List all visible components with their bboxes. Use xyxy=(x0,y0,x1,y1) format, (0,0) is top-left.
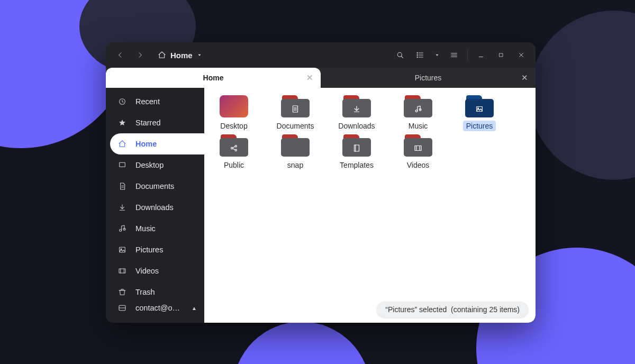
path-breadcrumb[interactable]: Home xyxy=(151,46,208,64)
sidebar-item-desktop[interactable]: Desktop xyxy=(106,154,204,176)
svg-rect-51 xyxy=(415,145,421,150)
star-icon xyxy=(117,119,127,127)
sidebar-item-pictures[interactable]: Pictures xyxy=(106,239,204,260)
desktop-icon xyxy=(220,95,248,117)
forward-button[interactable] xyxy=(131,46,149,64)
search-button[interactable] xyxy=(391,46,409,64)
tab-label: Home xyxy=(203,74,224,82)
file-item-public[interactable]: Public xyxy=(210,134,258,170)
back-button[interactable] xyxy=(111,46,129,64)
file-label: Templates xyxy=(337,160,377,170)
folder-icon xyxy=(342,95,371,117)
file-item-videos[interactable]: Videos xyxy=(394,134,442,170)
file-grid[interactable]: DesktopDocumentsDownloadsMusicPicturesPu… xyxy=(204,88,536,323)
file-item-snap[interactable]: snap xyxy=(271,134,320,170)
folder-icon xyxy=(281,134,310,157)
svg-line-48 xyxy=(233,148,235,149)
file-label: Downloads xyxy=(335,121,378,131)
svg-marker-18 xyxy=(119,120,125,125)
svg-line-47 xyxy=(233,147,235,148)
file-label: Desktop xyxy=(217,121,250,131)
file-item-templates[interactable]: Templates xyxy=(332,134,381,170)
titlebar: Home xyxy=(106,42,536,68)
file-label: Public xyxy=(221,160,247,170)
divider xyxy=(467,49,468,61)
sidebar-item-label: Desktop xyxy=(135,161,164,169)
sidebar-item-label: Videos xyxy=(135,267,159,275)
status-count: (containing 25 items) xyxy=(451,305,520,314)
tab-bar: Home ✕ Pictures ✕ xyxy=(106,68,536,88)
close-tab-icon[interactable]: ✕ xyxy=(306,73,313,83)
file-label: Music xyxy=(405,121,431,131)
status-selected-name: Pictures xyxy=(388,305,415,314)
sidebar-item-label: contact@o… xyxy=(135,304,180,312)
sidebar-item-label: Documents xyxy=(135,182,174,190)
clock-icon xyxy=(117,97,127,106)
bg-blob xyxy=(233,322,370,364)
file-item-pictures[interactable]: Pictures xyxy=(455,95,504,131)
music-icon xyxy=(117,224,127,233)
hamburger-menu-button[interactable] xyxy=(445,46,463,64)
file-item-desktop[interactable]: Desktop xyxy=(210,95,258,131)
desktop-icon xyxy=(117,161,127,169)
status-selected-word: selected xyxy=(419,305,447,314)
sidebar-item-music[interactable]: Music xyxy=(106,218,204,239)
file-label: Documents xyxy=(274,121,318,131)
sidebar-item-home[interactable]: Home xyxy=(106,133,204,154)
file-item-documents[interactable]: Documents xyxy=(271,95,320,131)
svg-point-7 xyxy=(417,54,418,55)
svg-point-6 xyxy=(417,52,418,53)
svg-point-24 xyxy=(120,229,122,231)
svg-marker-0 xyxy=(198,54,201,56)
tab-pictures[interactable]: Pictures ✕ xyxy=(321,68,536,88)
sidebar-item-label: Recent xyxy=(135,97,160,106)
svg-rect-49 xyxy=(355,145,359,151)
sidebar-mount[interactable]: contact@o… ▲ xyxy=(106,297,204,319)
chevron-down-icon xyxy=(197,52,202,58)
sidebar-item-label: Starred xyxy=(135,119,161,127)
sidebar-item-documents[interactable]: Documents xyxy=(106,176,204,197)
sidebar-item-downloads[interactable]: Downloads xyxy=(106,197,204,218)
bg-blob xyxy=(529,11,635,180)
folder-icon xyxy=(404,134,432,157)
home-icon xyxy=(158,51,166,59)
file-label: snap xyxy=(284,160,306,170)
folder-icon xyxy=(465,95,494,117)
file-manager-window: Home Home ✕ xyxy=(106,42,536,323)
list-view-button[interactable] xyxy=(411,46,429,64)
close-tab-icon[interactable]: ✕ xyxy=(521,73,528,83)
svg-marker-9 xyxy=(436,54,439,56)
maximize-button[interactable] xyxy=(492,46,510,64)
sidebar-item-label: Home xyxy=(135,140,157,148)
disk-icon xyxy=(117,304,127,312)
documents-icon xyxy=(117,182,127,190)
sidebar-item-videos[interactable]: Videos xyxy=(106,260,204,281)
status-bar: “Pictures” selected (containing 25 items… xyxy=(377,302,528,317)
file-item-downloads[interactable]: Downloads xyxy=(332,95,381,131)
sidebar-item-label: Trash xyxy=(135,288,155,296)
sidebar-item-label: Pictures xyxy=(135,245,163,254)
tab-home[interactable]: Home ✕ xyxy=(106,68,321,88)
close-window-button[interactable] xyxy=(512,46,530,64)
sidebar-item-label: Downloads xyxy=(135,203,174,212)
tab-label: Pictures xyxy=(415,74,442,82)
downloads-icon xyxy=(117,203,127,212)
svg-rect-42 xyxy=(477,106,483,111)
folder-icon xyxy=(220,134,248,157)
home-icon xyxy=(117,140,127,148)
file-item-music[interactable]: Music xyxy=(394,95,442,131)
svg-rect-28 xyxy=(119,269,125,273)
sidebar-item-starred[interactable]: Starred xyxy=(106,112,204,133)
folder-icon xyxy=(404,95,432,117)
folder-icon xyxy=(281,95,310,117)
minimize-button[interactable] xyxy=(472,46,490,64)
trash-icon xyxy=(117,288,127,296)
view-options-dropdown[interactable] xyxy=(431,46,443,64)
sidebar: RecentStarredHomeDesktopDocumentsDownloa… xyxy=(106,88,204,323)
breadcrumb-label: Home xyxy=(170,51,193,60)
sidebar-item-recent[interactable]: Recent xyxy=(106,91,204,112)
eject-icon[interactable]: ▲ xyxy=(192,305,197,311)
svg-point-43 xyxy=(478,107,479,108)
svg-rect-14 xyxy=(500,53,503,57)
file-label: Pictures xyxy=(463,121,496,131)
